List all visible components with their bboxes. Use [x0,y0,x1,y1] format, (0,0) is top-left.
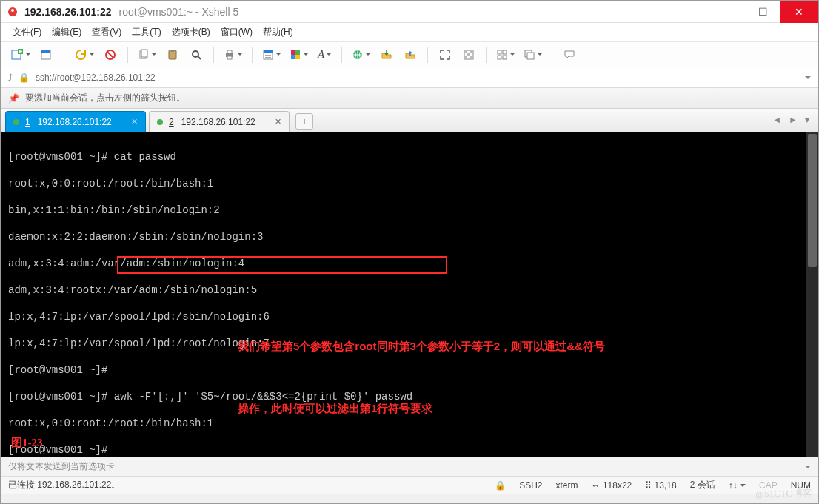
menu-view[interactable]: 查看(V) [92,26,121,38]
session-tab-2[interactable]: 2 192.168.26.101:22 ✕ [149,111,290,132]
status-num: NUM [791,480,811,491]
web-button[interactable] [350,45,372,64]
svg-rect-35 [527,53,534,59]
toolbar-separator [127,47,128,63]
lock-icon: 🔒 [19,73,30,83]
status-bar: 已连接 192.168.26.101:22。 🔒 SSH2 xterm ↔ 11… [1,476,818,494]
compose-bar[interactable]: 仅将文本发送到当前选项卡 [1,457,818,476]
svg-rect-8 [141,50,147,57]
svg-rect-17 [265,55,271,56]
tab-prev-icon[interactable]: ◄ [769,113,784,127]
properties-button[interactable] [260,45,283,64]
minimize-button[interactable]: — [712,1,746,23]
menu-tools[interactable]: 工具(T) [132,26,161,38]
svg-point-1 [11,9,14,12]
toolbar-separator [64,47,64,63]
svg-rect-26 [470,50,473,53]
paste-button[interactable] [163,45,182,64]
address-url[interactable]: ssh://root@192.168.26.101:22 [36,73,799,83]
cursor-pos-icon: ⠿ [645,480,652,491]
svg-rect-20 [295,50,300,55]
annotation-text: 我们希望第5个参数包含root同时第3个参数小于等于2，则可以通过&&符号 操作… [238,298,605,457]
find-button[interactable] [187,45,206,64]
tab-label: 192.168.26.101:22 [38,117,112,127]
disconnect-button[interactable] [101,45,120,64]
tab-number: 1 [25,117,30,127]
status-dot-icon [157,119,163,125]
tile-button[interactable] [494,45,517,64]
maximize-button[interactable]: ☐ [746,1,780,23]
status-connection: 已连接 192.168.26.101:22。 [8,479,120,491]
cascade-button[interactable] [521,45,544,64]
svg-rect-28 [464,56,467,59]
pin-icon[interactable]: 📌 [8,93,19,104]
fullscreen-button[interactable] [435,45,455,64]
color-scheme-button[interactable] [287,45,310,64]
tip-text: 要添加当前会话，点击左侧的箭头按钮。 [25,92,185,104]
transparency-button[interactable] [459,45,478,64]
svg-rect-32 [498,56,501,59]
close-button[interactable]: ✕ [780,1,818,23]
svg-rect-18 [265,57,271,58]
status-size: 118x22 [603,480,632,491]
file-transfer-button[interactable] [377,45,396,64]
terminal-scrollbar[interactable] [806,132,818,457]
new-session-button[interactable] [8,45,33,64]
resize-icon: ↔ [592,480,601,491]
svg-rect-16 [264,50,273,53]
toolbar: A [1,42,818,67]
svg-rect-25 [464,50,467,53]
status-dot-icon [13,119,19,125]
status-cap: CAP [759,480,778,491]
window-title-main: 192.168.26.101:22 [24,6,112,18]
terminal-line: daemon:x:2:2:daemon:/sbin:/sbin/nologin:… [8,230,812,243]
toolbar-separator [427,47,428,63]
tab-list-icon[interactable]: ▾ [802,113,812,127]
svg-rect-14 [227,56,232,59]
terminal-line: adm,x:3:4:rootx:/var/adm:/sbin/nologin:5 [8,283,812,297]
title-bar: 192.168.26.101:22 root@vms001:~ - Xshell… [1,1,818,23]
reconnect-button[interactable] [72,45,96,64]
terminal-line: root:x,0:0:root:/root:/bin/bash:1 [8,177,812,190]
add-tab-button[interactable]: + [295,113,313,130]
compose-dropdown-icon[interactable] [805,466,811,471]
tab-number: 2 [169,117,174,127]
tab-next-icon[interactable]: ► [786,113,800,127]
address-dropdown-icon[interactable] [805,76,811,82]
tab-close-icon[interactable]: ✕ [131,117,138,127]
status-sessions: 2 会话 [690,479,715,491]
font-button[interactable]: A [315,45,334,64]
svg-rect-27 [467,53,470,56]
chat-button[interactable] [560,45,579,64]
lock-icon: 🔒 [495,480,506,491]
svg-rect-30 [498,50,501,54]
tab-close-icon[interactable]: ✕ [275,117,281,127]
svg-rect-29 [470,56,473,59]
status-protocol: SSH2 [519,480,542,491]
sessions-icon: ↑↓ [729,480,738,491]
tab-nav: ◄ ► ▾ [769,113,812,127]
terminal[interactable]: [root@vms001 ~]# cat passwd root:x,0:0:r… [1,132,818,457]
new-file-transfer-button[interactable] [401,45,420,64]
print-button[interactable] [221,45,244,64]
terminal-line: adm,x:3:4:adm:/var/adm:/sbin/nologin:4 [8,257,812,270]
svg-rect-22 [295,55,300,59]
menu-help[interactable]: 帮助(H) [263,26,293,38]
compose-placeholder: 仅将文本发送到当前选项卡 [8,460,115,473]
toolbar-separator [486,47,487,63]
add-session-arrow-icon[interactable]: ⤴ [8,73,13,83]
toolbar-separator [552,47,552,63]
svg-rect-31 [503,50,507,54]
svg-rect-21 [291,55,295,59]
window-title-sub: root@vms001:~ - Xshell 5 [119,6,239,18]
svg-rect-5 [41,50,50,53]
menu-file[interactable]: 文件(F) [13,26,41,38]
session-tab-1[interactable]: 1 192.168.26.101:22 ✕ [5,111,146,132]
toolbar-separator [213,47,214,63]
copy-button[interactable] [136,45,158,64]
scrollbar-thumb[interactable] [808,134,817,267]
menu-tabs[interactable]: 选项卡(B) [172,26,210,38]
menu-edit[interactable]: 编辑(E) [52,26,81,38]
menu-window[interactable]: 窗口(W) [221,26,253,38]
open-session-button[interactable] [37,45,56,64]
